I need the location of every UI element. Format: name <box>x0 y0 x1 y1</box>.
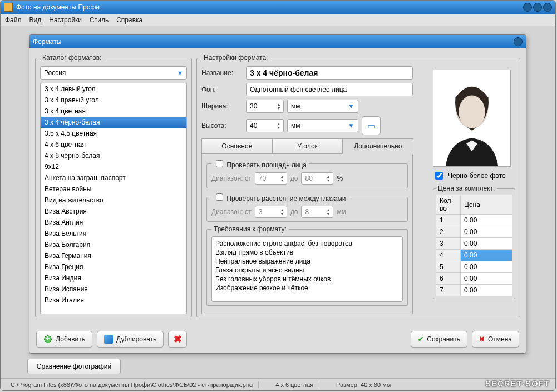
requirements-fieldset: Требования к формату: Расположение строг… <box>206 225 408 306</box>
settings-fieldset: Настройки формата: Название: 3 х 4 чёрно… <box>196 54 520 317</box>
catalog-legend: Каталог форматов: <box>40 54 104 62</box>
maximize-button[interactable] <box>533 3 542 12</box>
app-title: Фото на документы Профи <box>16 3 100 11</box>
requirement-item: Без головных уборов и тёмных очков <box>215 275 399 284</box>
menu-view[interactable]: Вид <box>29 16 42 24</box>
menu-file[interactable]: Файл <box>5 16 22 24</box>
price-table[interactable]: Кол-во Цена 10,0020,0030,0040,0050,0060,… <box>436 195 512 296</box>
face-area-fieldset: Проверять площадь лица Диапазон: от 70 ▴… <box>206 158 408 188</box>
bg-input[interactable]: Однотонный фон светлее лица <box>246 83 413 96</box>
format-item[interactable]: 3 x 4 левый угол <box>41 83 186 95</box>
format-item[interactable]: Виза Германия <box>41 250 186 261</box>
dialog-close-button[interactable] <box>514 37 523 46</box>
price-row[interactable]: 40,00 <box>436 250 512 261</box>
save-button[interactable]: ✔ Сохранить <box>411 331 467 348</box>
width-input[interactable]: 30 ▴▾ <box>246 100 284 113</box>
format-item[interactable]: Виза Испания <box>41 284 186 295</box>
country-combo[interactable]: Россия ▼ <box>40 66 187 80</box>
format-item[interactable]: Виза Индия <box>41 272 186 284</box>
delete-button[interactable]: ✖ <box>168 331 187 348</box>
spinner-arrows-icon[interactable]: ▴▾ <box>278 122 280 130</box>
card-icon: ▭ <box>367 121 376 131</box>
app-icon <box>4 3 13 12</box>
eye-dist-checkbox[interactable] <box>216 193 223 201</box>
price-row[interactable]: 70,00 <box>436 285 512 296</box>
width-label: Ширина: <box>201 102 243 110</box>
width-unit-combo[interactable]: мм ▼ <box>287 100 358 113</box>
menu-settings[interactable]: Настройки <box>49 16 82 24</box>
format-item[interactable]: 3 x 4 правый угол <box>41 95 186 106</box>
chevron-down-icon: ▼ <box>177 70 183 76</box>
country-value: Россия <box>44 69 177 77</box>
format-item[interactable]: 4 х 6 чёрно-белая <box>41 150 186 161</box>
format-item[interactable]: 3 х 4 чёрно-белая <box>41 117 186 128</box>
minimize-button[interactable] <box>523 3 532 12</box>
close-button[interactable] <box>543 3 552 12</box>
requirement-item: Расположение строго анфас, без поворотов <box>215 239 399 248</box>
format-item[interactable]: 3.5 x 4.5 цветная <box>41 128 186 139</box>
status-size: Размер: 40 x 60 мм <box>331 381 396 388</box>
height-unit-combo[interactable]: мм ▼ <box>287 119 358 132</box>
add-button[interactable]: Добавить <box>36 331 92 348</box>
bg-label: Фон: <box>201 86 243 93</box>
duplicate-button[interactable]: Дублировать <box>97 331 164 348</box>
eye-dist-fieldset: Проверять расстояние между глазами Диапа… <box>206 192 408 222</box>
chevron-down-icon: ▼ <box>348 122 354 130</box>
tabs: Основное Уголок Дополнительно <box>201 138 413 154</box>
dialog-titlebar: Форматы <box>29 35 526 48</box>
watermark: SECRET-SOFT <box>485 379 550 388</box>
format-item[interactable]: 3 х 4 цветная <box>41 106 186 117</box>
format-item[interactable]: Вид на жительство <box>41 195 186 206</box>
face-area-checkbox[interactable] <box>216 160 223 167</box>
format-item[interactable]: Виза Греция <box>41 261 186 272</box>
plus-icon <box>43 335 52 344</box>
cancel-button[interactable]: ✖ Отмена <box>472 331 519 348</box>
price-row[interactable]: 10,00 <box>436 215 512 226</box>
format-item[interactable]: Ветеран войны <box>41 183 186 195</box>
duplicate-icon <box>104 335 113 344</box>
height-input[interactable]: 40 ▴▾ <box>246 119 284 132</box>
dialog-title: Форматы <box>33 38 61 46</box>
spinner-arrows-icon[interactable]: ▴▾ <box>278 102 280 110</box>
format-item[interactable]: Виза Австрия <box>41 206 186 217</box>
cancel-icon: ✖ <box>479 335 485 343</box>
format-item[interactable]: Виза Италия <box>41 295 186 306</box>
tab-additional[interactable]: Дополнительно <box>342 138 413 154</box>
eye-from-input[interactable]: 3 ▴▾ <box>255 206 287 218</box>
face-from-input[interactable]: 70 ▴▾ <box>255 172 287 185</box>
menu-help[interactable]: Справка <box>116 16 142 24</box>
eye-to-input[interactable]: 8 ▴▾ <box>301 206 333 218</box>
format-item[interactable]: Виза Болгария <box>41 239 186 250</box>
price-row[interactable]: 20,00 <box>436 226 512 238</box>
formats-dialog: Форматы Каталог форматов: Россия ▼ 3 x 4… <box>29 34 526 354</box>
apply-dimensions-button[interactable]: ▭ <box>362 116 381 135</box>
status-format: 4 x 6 цветная <box>270 381 319 388</box>
height-label: Высота: <box>201 122 243 130</box>
dialog-footer: Добавить Дублировать ✖ ✔ Сохранить ✖ Отм… <box>29 331 526 348</box>
bw-checkbox[interactable] <box>435 172 443 180</box>
name-input[interactable]: 3 х 4 чёрно-белая <box>246 66 413 80</box>
format-item[interactable]: 9x12 <box>41 161 186 172</box>
price-row[interactable]: 60,00 <box>436 273 512 285</box>
format-item[interactable]: Виза Англия <box>41 217 186 228</box>
check-icon: ✔ <box>418 335 423 343</box>
format-item[interactable]: Виза Бельгия <box>41 228 186 239</box>
face-to-input[interactable]: 80 ▴▾ <box>301 172 333 185</box>
delete-icon: ✖ <box>174 335 182 344</box>
main-titlebar: Фото на документы Профи <box>1 1 555 14</box>
menubar: Файл Вид Настройки Стиль Справка <box>1 14 555 26</box>
requirement-item: Изображение резкое и чёткое <box>215 284 399 292</box>
formats-listbox[interactable]: 3 x 4 левый угол3 x 4 правый угол3 х 4 ц… <box>40 83 187 314</box>
menu-style[interactable]: Стиль <box>90 16 109 24</box>
compare-photos-button[interactable]: Сравнение фотографий <box>27 359 121 374</box>
price-row[interactable]: 30,00 <box>436 238 512 250</box>
requirements-list[interactable]: Расположение строго анфас, без поворотов… <box>211 236 403 302</box>
format-item[interactable]: 4 х 6 цветная <box>41 139 186 150</box>
bw-label: Черно-белое фото <box>448 172 506 180</box>
tab-main[interactable]: Основное <box>201 138 273 154</box>
requirement-item: Глаза открыты и ясно видны <box>215 266 399 275</box>
price-row[interactable]: 50,00 <box>436 261 512 273</box>
status-path: C:\Program Files (x86)\Фото на документы… <box>5 381 259 388</box>
format-item[interactable]: Анкета на загран. паспорт <box>41 172 186 183</box>
tab-corner[interactable]: Уголок <box>272 138 343 154</box>
